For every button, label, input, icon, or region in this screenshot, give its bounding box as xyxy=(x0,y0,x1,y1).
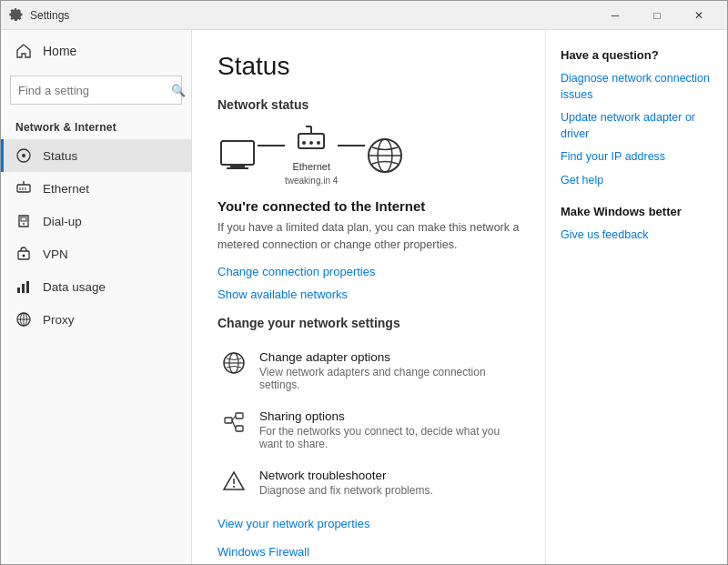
dialup-icon xyxy=(15,213,32,229)
sidebar-item-ethernet[interactable]: Ethernet xyxy=(1,172,191,205)
svg-rect-19 xyxy=(230,165,245,167)
troubleshooter-text: Network troubleshooter Diagnose and fix … xyxy=(259,469,433,497)
svg-line-37 xyxy=(232,420,236,429)
pc-icon xyxy=(217,139,258,172)
troubleshooter-desc: Diagnose and fix network problems. xyxy=(259,484,433,497)
adapter-desc: View network adapters and change connect… xyxy=(259,366,516,391)
ethernet-label: Ethernet xyxy=(43,182,89,196)
svg-rect-34 xyxy=(236,413,243,419)
sidebar-item-status[interactable]: Status xyxy=(1,139,191,172)
data-usage-label: Data usage xyxy=(43,280,106,294)
ethernet-icon xyxy=(15,180,32,197)
sharing-text: Sharing options For the networks you con… xyxy=(259,409,516,450)
svg-point-24 xyxy=(302,141,306,145)
settings-window: Settings ─ □ ✕ Home 🔍 Network & Inter xyxy=(0,0,728,565)
data-usage-icon xyxy=(15,278,32,295)
svg-rect-12 xyxy=(22,284,25,293)
search-input[interactable] xyxy=(18,84,171,97)
sidebar-item-dialup[interactable]: Dial-up xyxy=(1,205,191,237)
svg-rect-8 xyxy=(21,217,26,221)
settings-item-adapter: Change adapter options View network adap… xyxy=(217,343,520,399)
network-diagram: Ethernet tweaking.in 4 xyxy=(217,125,520,186)
status-icon xyxy=(15,147,32,164)
extra-links: View your network properties Windows Fir… xyxy=(217,517,520,565)
svg-rect-11 xyxy=(17,288,20,293)
main-content: Home 🔍 Network & Internet Status xyxy=(1,30,727,564)
troubleshooter-icon xyxy=(221,469,247,494)
svg-rect-35 xyxy=(236,426,243,431)
svg-rect-33 xyxy=(225,418,232,423)
network-status-title: Network status xyxy=(217,97,520,112)
maximize-button[interactable]: □ xyxy=(636,1,678,30)
connected-title: You're connected to the Internet xyxy=(217,198,520,214)
right-panel: Have a question? Diagnose network connec… xyxy=(545,30,727,564)
sidebar-item-home[interactable]: Home xyxy=(1,30,191,72)
svg-point-1 xyxy=(22,154,25,157)
sharing-desc: For the networks you connect to, decide … xyxy=(259,425,516,450)
show-networks-link[interactable]: Show available networks xyxy=(217,288,520,301)
net-line-1 xyxy=(258,145,285,146)
settings-window-icon xyxy=(8,8,23,23)
main-area: Status Network status xyxy=(192,30,545,564)
sharing-name: Sharing options xyxy=(259,409,516,423)
diagnose-link[interactable]: Diagnose network connection issues xyxy=(561,71,713,103)
troubleshooter-name: Network troubleshooter xyxy=(259,469,433,482)
connected-desc: If you have a limited data plan, you can… xyxy=(217,219,520,254)
svg-rect-20 xyxy=(227,167,248,169)
close-button[interactable]: ✕ xyxy=(678,1,720,30)
window-title: Settings xyxy=(30,9,69,22)
net-line-2 xyxy=(338,145,365,146)
make-better-title: Make Windows better xyxy=(561,205,713,218)
give-feedback-link[interactable]: Give us feedback xyxy=(561,227,713,244)
svg-point-10 xyxy=(23,255,25,257)
sidebar-item-data-usage[interactable]: Data usage xyxy=(1,270,191,303)
get-help-link[interactable]: Get help xyxy=(561,173,713,189)
minimize-button[interactable]: ─ xyxy=(594,1,636,30)
status-label: Status xyxy=(43,149,77,163)
settings-item-troubleshooter: Network troubleshooter Diagnose and fix … xyxy=(217,461,520,504)
sidebar-section-title: Network & Internet xyxy=(1,114,191,139)
adapter-text: Change adapter options View network adap… xyxy=(259,350,516,391)
sidebar-item-proxy[interactable]: Proxy xyxy=(1,303,191,336)
update-adapter-link[interactable]: Update network adapter or driver xyxy=(561,110,713,142)
vpn-icon xyxy=(15,246,32,262)
title-bar-controls: ─ □ ✕ xyxy=(594,1,720,30)
svg-rect-2 xyxy=(17,185,30,192)
proxy-icon xyxy=(15,311,32,328)
adapter-name: Change adapter options xyxy=(259,350,516,364)
internet-icon xyxy=(365,136,405,176)
home-label: Home xyxy=(43,44,76,58)
search-box[interactable]: 🔍 xyxy=(10,76,182,105)
network-detail: tweaking.in 4 xyxy=(285,176,338,186)
view-properties-link[interactable]: View your network properties xyxy=(217,517,520,530)
change-connection-link[interactable]: Change connection properties xyxy=(217,265,520,278)
adapter-icon xyxy=(221,350,247,376)
settings-item-sharing: Sharing options For the networks you con… xyxy=(217,402,520,458)
svg-point-7 xyxy=(23,223,25,225)
windows-firewall-link[interactable]: Windows Firewall xyxy=(217,545,520,559)
settings-items-list: Change adapter options View network adap… xyxy=(217,343,520,504)
search-icon: 🔍 xyxy=(171,84,186,97)
vpn-label: VPN xyxy=(43,247,68,261)
right-section-gap: Make Windows better Give us feedback xyxy=(561,205,713,244)
have-question-title: Have a question? xyxy=(561,48,713,62)
svg-rect-13 xyxy=(26,281,29,293)
dialup-label: Dial-up xyxy=(43,215,82,228)
svg-point-26 xyxy=(317,141,320,145)
proxy-label: Proxy xyxy=(43,313,75,327)
sidebar-item-vpn[interactable]: VPN xyxy=(1,237,191,270)
network-name: Ethernet xyxy=(292,161,330,172)
home-icon xyxy=(15,43,32,59)
page-title: Status xyxy=(217,52,520,81)
svg-rect-18 xyxy=(221,141,254,165)
sidebar: Home 🔍 Network & Internet Status xyxy=(1,30,192,564)
sharing-icon xyxy=(221,409,247,435)
router-icon: Ethernet tweaking.in 4 xyxy=(285,125,338,186)
title-bar: Settings ─ □ ✕ xyxy=(1,1,727,30)
svg-point-25 xyxy=(309,141,313,145)
title-bar-left: Settings xyxy=(8,8,69,23)
change-settings-title: Change your network settings xyxy=(217,316,520,330)
svg-point-40 xyxy=(233,486,235,488)
find-ip-link[interactable]: Find your IP address xyxy=(561,149,713,166)
